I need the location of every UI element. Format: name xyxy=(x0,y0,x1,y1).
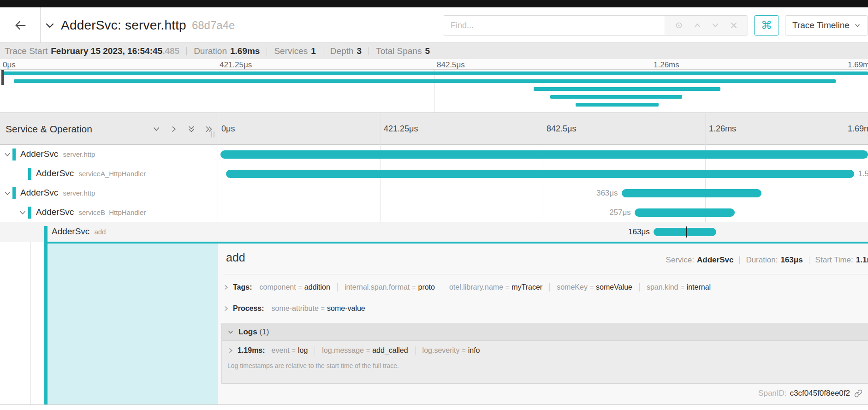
service-value: AdderSvc xyxy=(697,256,733,265)
service-label: Service: xyxy=(666,256,694,265)
command-icon: ⌘ xyxy=(761,19,772,32)
deep-link-icon[interactable] xyxy=(854,389,862,398)
span-row-serviceA-handler[interactable]: AdderSvcserviceA_HttpHandler 1.5 xyxy=(0,164,868,184)
tag-pair: internal.span.format=proto xyxy=(337,283,435,291)
chevron-down-icon xyxy=(227,329,234,335)
clear-find-icon[interactable] xyxy=(730,21,738,30)
chevron-right-icon xyxy=(223,305,229,312)
span-timeline-cell[interactable] xyxy=(218,145,868,164)
span-color-bar xyxy=(12,187,16,199)
depth-label: Depth xyxy=(330,46,354,56)
depth-value: 3 xyxy=(357,46,362,56)
span-color-bar xyxy=(28,207,31,219)
minimap-span-bar xyxy=(3,71,868,75)
overview-separator xyxy=(809,256,809,264)
find-addon xyxy=(665,16,748,35)
expand-one-icon[interactable] xyxy=(170,125,178,133)
depth-item: Depth 3 xyxy=(330,46,362,56)
span-timeline-cell[interactable]: 257μs xyxy=(218,203,868,222)
span-name-cell[interactable]: AdderSvcserver.http xyxy=(0,184,218,203)
trace-view-selector[interactable]: Trace Timeline xyxy=(785,15,868,36)
process-pair: some-attribute=some-value xyxy=(272,304,365,313)
span-row-add-selected[interactable]: AdderSvcadd 163μs xyxy=(0,222,868,242)
collapse-one-icon[interactable] xyxy=(152,125,161,133)
minimap-left-scrubber-handle[interactable] xyxy=(1,70,4,85)
tag-pair: otel.library.name=myTracer xyxy=(442,283,542,291)
span-id-label: SpanID: xyxy=(758,389,786,398)
minimap-tick-labels: 0μs 421.25μs 842.5μs 1.26ms 1.69ms xyxy=(0,59,868,70)
log-entry[interactable]: 1.19ms: event=log log.message=add_called… xyxy=(227,346,868,355)
log-pair: event=log xyxy=(272,346,308,355)
span-bar[interactable] xyxy=(220,150,868,159)
find-prev-icon[interactable] xyxy=(693,21,702,30)
services-item: Services 1 xyxy=(274,46,315,56)
trace-start-label: Trace Start xyxy=(5,46,48,56)
detail-panel-bottom-border xyxy=(0,404,868,405)
detail-panel-indent-fill xyxy=(48,244,218,404)
trace-start-value: February 15 2023, 16:54:45 xyxy=(51,46,162,56)
logs-section: Logs (1) 1.19ms: event=log log.message=a… xyxy=(221,323,868,384)
log-pair: log.severity=info xyxy=(415,346,480,355)
collapse-all-icon[interactable] xyxy=(187,125,196,133)
span-timeline-cell[interactable]: 1.5 xyxy=(218,164,868,184)
collapse-trace-chevron-icon[interactable] xyxy=(44,20,55,31)
tags-pairs: component=addition internal.span.format=… xyxy=(259,283,711,291)
minimap-tick: 1.26ms xyxy=(654,60,679,70)
collapse-chevron-icon[interactable] xyxy=(19,209,26,216)
span-timeline-cell[interactable]: 363μs xyxy=(218,184,868,203)
span-bar[interactable] xyxy=(622,189,761,197)
logs-accordion-header[interactable]: Logs (1) xyxy=(222,323,868,341)
chevron-right-icon xyxy=(223,284,229,291)
locate-span-icon[interactable] xyxy=(675,21,683,30)
services-label: Services xyxy=(274,46,308,56)
start-time-value: 1.1ms xyxy=(856,256,868,265)
minimap-span-bar xyxy=(14,79,836,83)
span-name-cell[interactable]: AdderSvcserviceA_HttpHandler xyxy=(0,164,218,184)
timeline-grid-header: Service & Operation 0μs 421.25μs 842.5μs… xyxy=(0,113,868,145)
trace-page-header: AdderSvc: server.http 68d7a4e ⌘ Trace Ti… xyxy=(0,7,868,43)
span-name-cell[interactable]: AdderSvcadd xyxy=(0,222,218,242)
find-control xyxy=(443,15,748,36)
collapse-chevron-icon[interactable] xyxy=(4,190,11,197)
span-row-server-http-1[interactable]: AdderSvcserver.http xyxy=(0,145,868,164)
timeline-tick: 842.5μs xyxy=(547,113,576,145)
keyboard-shortcuts-button[interactable]: ⌘ xyxy=(754,15,779,36)
minimap-tick: 0μs xyxy=(3,60,16,70)
operation-name: add xyxy=(94,228,106,236)
span-bar[interactable] xyxy=(226,170,854,178)
find-input[interactable] xyxy=(443,16,665,35)
summary-separator xyxy=(323,47,323,55)
trace-title-group: AdderSvc: server.http 68d7a4e xyxy=(44,7,235,43)
total-spans-value: 5 xyxy=(425,46,430,56)
find-next-icon[interactable] xyxy=(711,21,719,30)
service-operation-header: Service & Operation xyxy=(6,113,92,145)
logs-count: (1) xyxy=(260,327,269,337)
operation-name: server.http xyxy=(63,189,95,197)
span-row-serviceB-handler[interactable]: AdderSvcserviceB_HttpHandler 257μs xyxy=(0,203,868,222)
operation-name: server.http xyxy=(63,150,95,158)
duration-value: 1.69ms xyxy=(230,46,260,56)
span-color-bar xyxy=(28,168,31,180)
span-bar[interactable] xyxy=(635,208,735,217)
span-name-cell[interactable]: AdderSvcserviceB_HttpHandler xyxy=(0,203,218,222)
log-timestamps-note: Log timestamps are relative to the start… xyxy=(227,362,868,369)
span-bar[interactable] xyxy=(654,228,717,236)
span-row-server-http-2[interactable]: AdderSvcserver.http 363μs xyxy=(0,184,868,203)
duration-label: Duration: xyxy=(746,256,778,265)
tags-label: Tags: xyxy=(233,283,252,291)
span-timeline-cell[interactable]: 163μs xyxy=(218,222,868,242)
tags-accordion[interactable]: Tags: component=addition internal.span.f… xyxy=(223,283,711,291)
span-log-marker[interactable] xyxy=(686,226,687,238)
collapse-chevron-icon[interactable] xyxy=(4,151,11,158)
minimap-canvas[interactable] xyxy=(0,70,868,113)
back-button[interactable] xyxy=(0,7,41,43)
selected-span-color-stripe xyxy=(44,226,48,404)
span-name-cell[interactable]: AdderSvcserver.http xyxy=(0,145,218,164)
trace-summary-bar: Trace Start February 15 2023, 16:54:45.4… xyxy=(0,43,868,59)
service-name: AdderSvc xyxy=(20,149,58,159)
column-resize-grip[interactable] xyxy=(211,131,214,137)
detail-divider xyxy=(223,274,868,274)
process-accordion[interactable]: Process: some-attribute=some-value xyxy=(223,304,365,313)
span-duration-label: 163μs xyxy=(628,228,650,236)
log-timestamp: 1.19ms: xyxy=(238,346,265,355)
